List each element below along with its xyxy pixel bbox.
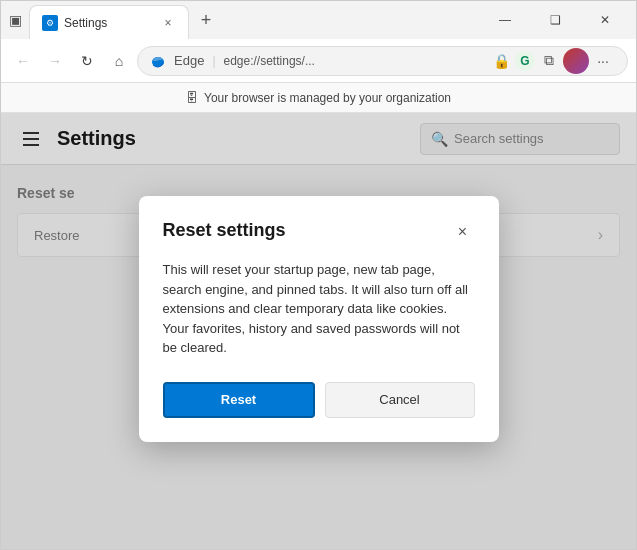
title-bar: ▣ ⚙ Settings × + — ❑ ✕ <box>1 1 636 39</box>
extensions-icon[interactable]: ⧉ <box>537 49 561 73</box>
tab-bar: ⚙ Settings × + <box>29 3 478 37</box>
settings-page: Settings 🔍 Search settings Reset se Rest… <box>1 113 636 549</box>
new-tab-button[interactable]: + <box>191 5 221 35</box>
browser-frame: ▣ ⚙ Settings × + — ❑ ✕ ← → ↻ <box>0 0 637 550</box>
edge-brand-label: Edge <box>174 53 204 68</box>
window-icon: ▣ <box>9 12 25 28</box>
grammarly-icon[interactable]: G <box>515 51 535 71</box>
minimize-button[interactable]: — <box>482 4 528 36</box>
dialog-body-text: This will reset your startup page, new t… <box>163 260 475 358</box>
title-bar-left: ▣ <box>9 12 25 28</box>
refresh-button[interactable]: ↻ <box>73 47 101 75</box>
reset-confirm-button[interactable]: Reset <box>163 381 315 417</box>
address-bar: ← → ↻ ⌂ Edge | edge://settings/... 🔒 G ⧉ <box>1 39 636 83</box>
cancel-button[interactable]: Cancel <box>325 381 475 417</box>
window-controls: — ❑ ✕ <box>482 4 628 36</box>
managed-bar: 🗄 Your browser is managed by your organi… <box>1 83 636 113</box>
managed-bar-text: Your browser is managed by your organiza… <box>204 91 451 105</box>
lock-icon[interactable]: 🔒 <box>489 49 513 73</box>
forward-icon: → <box>48 53 62 69</box>
dialog-close-button[interactable]: × <box>451 220 475 244</box>
restore-button[interactable]: ❑ <box>532 4 578 36</box>
address-input[interactable]: Edge | edge://settings/... 🔒 G ⧉ ··· <box>137 46 628 76</box>
back-icon: ← <box>16 53 30 69</box>
managed-bar-icon: 🗄 <box>186 91 198 105</box>
url-text: edge://settings/... <box>224 54 482 68</box>
home-icon: ⌂ <box>115 53 123 69</box>
dialog-footer: Reset Cancel <box>163 381 475 417</box>
home-button[interactable]: ⌂ <box>105 47 133 75</box>
tab-favicon-letter: ⚙ <box>46 18 54 28</box>
profile-avatar[interactable] <box>563 48 589 74</box>
dialog-header: Reset settings × <box>163 220 475 244</box>
close-button[interactable]: ✕ <box>582 4 628 36</box>
browser-tab[interactable]: ⚙ Settings × <box>29 5 189 39</box>
tab-favicon: ⚙ <box>42 15 58 31</box>
tab-title: Settings <box>64 16 154 30</box>
back-button[interactable]: ← <box>9 47 37 75</box>
tab-close-button[interactable]: × <box>160 15 176 31</box>
dialog-title: Reset settings <box>163 220 286 241</box>
forward-button[interactable]: → <box>41 47 69 75</box>
more-menu-icon[interactable]: ··· <box>591 49 615 73</box>
reset-settings-dialog: Reset settings × This will reset your st… <box>139 196 499 442</box>
address-icons: 🔒 G ⧉ ··· <box>489 48 615 74</box>
edge-logo-icon <box>150 53 166 69</box>
refresh-icon: ↻ <box>81 53 93 69</box>
